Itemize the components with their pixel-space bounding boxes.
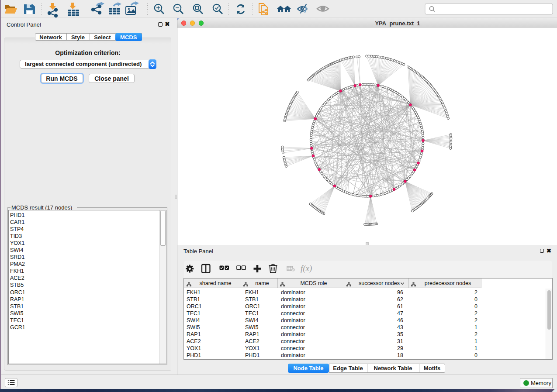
svg-text:f(x): f(x): [301, 264, 312, 273]
